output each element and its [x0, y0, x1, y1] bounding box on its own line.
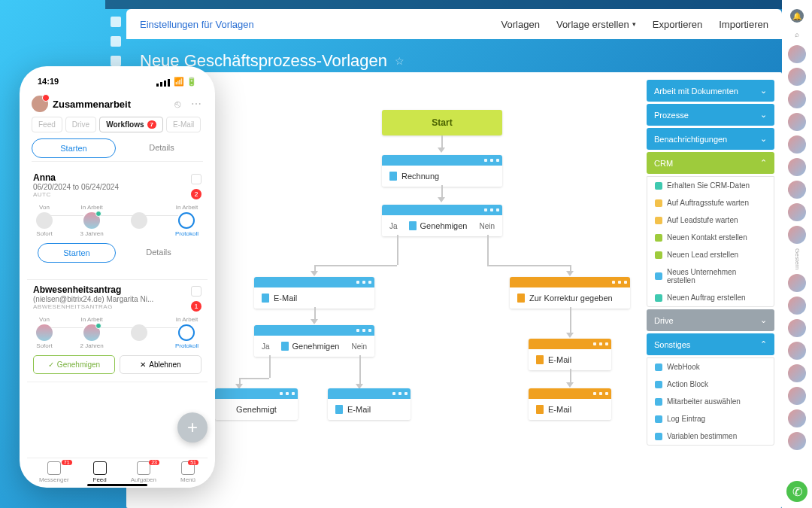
- arrow-icon: [438, 197, 445, 202]
- details-button[interactable]: Details: [120, 243, 197, 263]
- node-email-o1[interactable]: E-Mail: [529, 339, 611, 370]
- acc-item[interactable]: Neues Unternehmen erstellen: [647, 263, 774, 289]
- avatar[interactable]: [788, 409, 806, 427]
- rail-icon[interactable]: [111, 56, 121, 66]
- call-button[interactable]: ✆: [786, 481, 807, 502]
- doc-icon: [536, 355, 544, 364]
- tab-feed[interactable]: Feed: [32, 117, 62, 132]
- workflow-card[interactable]: Anna 06/20/2024 to 06/24/2024 AUTC 2 Von…: [27, 168, 208, 280]
- acc-prozesse[interactable]: Prozesse⌄: [647, 104, 774, 126]
- acc-benach[interactable]: Benachrichtigungen⌄: [647, 128, 774, 150]
- node-genehmigen-2[interactable]: JaGenehmigenNein: [254, 325, 374, 357]
- acc-drive[interactable]: Drive⌄: [647, 309, 774, 331]
- plus-icon: [655, 251, 662, 259]
- acc-item[interactable]: Auf Leadstufe warten: [647, 211, 774, 229]
- avatar[interactable]: [788, 319, 806, 337]
- nav-erstellen[interactable]: Vorlage erstellen▾: [556, 19, 636, 30]
- node-rechnung[interactable]: Rechnung: [382, 155, 502, 187]
- node-email-left[interactable]: E-Mail: [254, 277, 374, 309]
- doc-icon: [655, 433, 662, 440]
- avatar[interactable]: [788, 135, 806, 154]
- bell-icon[interactable]: 🔔: [790, 9, 804, 23]
- doc-icon: [655, 381, 662, 388]
- node-genehmigen-1[interactable]: JaGenehmigenNein: [382, 205, 502, 236]
- node-toolbar[interactable]: [215, 388, 298, 399]
- doc-icon: [655, 415, 662, 423]
- avatar[interactable]: [788, 274, 806, 292]
- avatar[interactable]: [788, 297, 806, 315]
- flow-canvas[interactable]: Start Rechnung JaGenehmigenNein E-Mail: [126, 72, 782, 508]
- workflow-card[interactable]: Abwesenheitsantrag (nielsen@bitrix24.de)…: [27, 280, 208, 382]
- acc-docs[interactable]: Arbeit mit Dokumenten⌄: [647, 80, 774, 102]
- avatar[interactable]: [788, 113, 806, 131]
- node-toolbar[interactable]: [382, 205, 502, 215]
- more-icon[interactable]: ⋯: [191, 98, 203, 110]
- acc-item[interactable]: Mitarbeiter auswählen: [647, 393, 774, 410]
- star-icon[interactable]: ☆: [395, 55, 404, 67]
- avatar[interactable]: [788, 158, 806, 176]
- protokoll-link[interactable]: Protokoll: [175, 342, 198, 349]
- avatar[interactable]: [788, 387, 806, 405]
- acc-item[interactable]: Neuen Auftrag erstellen: [647, 289, 774, 306]
- acc-item[interactable]: Log Eintrag: [647, 410, 774, 427]
- avatar[interactable]: [788, 203, 806, 221]
- tab-email[interactable]: E-Mail: [166, 117, 201, 132]
- nav-menu[interactable]: 51Menü: [180, 461, 195, 483]
- approve-button[interactable]: ✓ Genehmigen: [33, 355, 115, 374]
- protokoll-link[interactable]: Protokoll: [175, 230, 198, 237]
- rail-icon[interactable]: [111, 17, 121, 27]
- nav-aufgaben[interactable]: 23Aufgaben: [131, 461, 156, 483]
- node-toolbar[interactable]: [254, 277, 374, 287]
- avatar[interactable]: [788, 181, 806, 199]
- node-toolbar[interactable]: [382, 155, 502, 166]
- broadcast-icon[interactable]: ⎋: [174, 98, 186, 110]
- avatar[interactable]: [788, 68, 806, 86]
- acc-item[interactable]: Erhalten Sie CRM-Daten: [647, 177, 774, 194]
- avatar[interactable]: [788, 342, 806, 360]
- acc-item[interactable]: Neuen Lead erstellen: [647, 246, 774, 263]
- avatar[interactable]: [788, 226, 806, 244]
- node-toolbar[interactable]: [328, 388, 411, 399]
- acc-item[interactable]: WebHook: [647, 358, 774, 376]
- plus-icon: [655, 234, 662, 242]
- node-toolbar[interactable]: [529, 339, 611, 349]
- acc-item[interactable]: Action Block: [647, 376, 774, 393]
- tab-settings[interactable]: Einstellungen für Vorlagen: [140, 19, 254, 30]
- starten-button[interactable]: Starten: [32, 138, 116, 158]
- node-toolbar[interactable]: [529, 388, 611, 399]
- acc-item[interactable]: Variablen bestimmen: [647, 427, 774, 445]
- avatar[interactable]: [788, 45, 806, 63]
- node-toolbar[interactable]: [254, 325, 374, 336]
- fab-add[interactable]: +: [177, 412, 208, 443]
- nav-feed[interactable]: Feed: [93, 461, 107, 483]
- node-genehmigt[interactable]: Genehmigt: [215, 388, 298, 420]
- nav-importieren[interactable]: Importieren: [719, 19, 768, 30]
- node-start[interactable]: Start: [382, 110, 502, 135]
- checkbox[interactable]: [191, 174, 201, 184]
- avatar[interactable]: [32, 96, 48, 112]
- acc-item[interactable]: Neuen Kontakt erstellen: [647, 229, 774, 246]
- details-button[interactable]: Details: [120, 138, 203, 158]
- decline-button[interactable]: ✕ Ablehnen: [120, 355, 201, 374]
- node-email-o2[interactable]: E-Mail: [529, 388, 611, 420]
- checkbox[interactable]: [191, 286, 201, 297]
- arrow-icon: [566, 271, 574, 276]
- avatar[interactable]: [788, 364, 806, 382]
- avatar[interactable]: [788, 432, 806, 450]
- node-email-b2[interactable]: E-Mail: [328, 388, 411, 420]
- node-toolbar[interactable]: [510, 277, 630, 287]
- starten-button[interactable]: Starten: [38, 243, 116, 263]
- avatar[interactable]: [788, 90, 806, 108]
- nav-messenger[interactable]: 71Messenger: [39, 461, 69, 483]
- tab-workflows[interactable]: Workflows7: [99, 117, 163, 132]
- tab-drive[interactable]: Drive: [65, 117, 96, 132]
- acc-item[interactable]: Auf Auftragsstufe warten: [647, 194, 774, 211]
- doc-icon: [281, 342, 289, 351]
- nav-vorlagen[interactable]: Vorlagen: [501, 19, 540, 30]
- acc-sonst[interactable]: Sonstiges⌃: [647, 333, 774, 355]
- search-icon[interactable]: ⌕: [790, 27, 804, 41]
- nav-exportieren[interactable]: Exportieren: [653, 19, 702, 30]
- node-korrektur[interactable]: Zur Korrektur gegeben: [510, 277, 630, 309]
- rail-icon[interactable]: [111, 36, 121, 47]
- acc-crm[interactable]: CRM⌃: [647, 152, 774, 174]
